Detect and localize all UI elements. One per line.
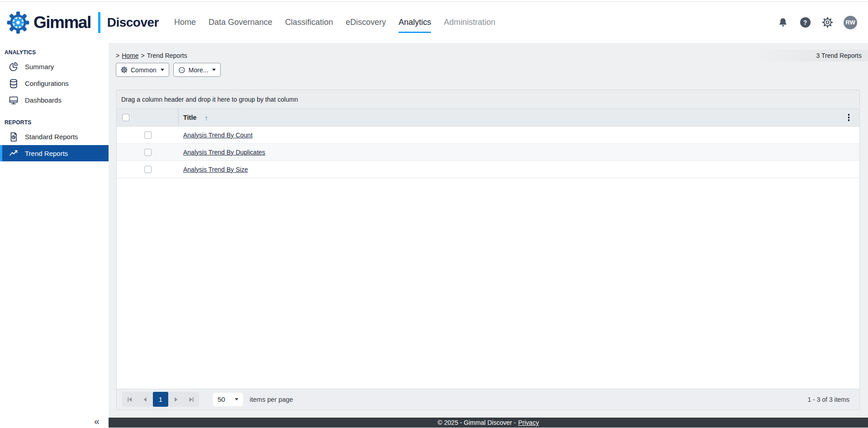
page-size-select[interactable]: 50 bbox=[213, 392, 243, 407]
group-by-drop-zone[interactable]: Drag a column header and drop it here to… bbox=[117, 90, 859, 109]
sidebar-item-summary[interactable]: Summary bbox=[0, 58, 109, 75]
breadcrumb-current: Trend Reports bbox=[147, 52, 187, 59]
report-document-icon bbox=[8, 132, 19, 142]
report-link[interactable]: Analysis Trend By Duplicates bbox=[183, 149, 265, 156]
pager-button-group: 1 bbox=[122, 392, 199, 407]
nav-item-data-governance[interactable]: Data Governance bbox=[202, 2, 279, 43]
notifications-bell-icon[interactable] bbox=[777, 17, 789, 28]
report-link[interactable]: Analysis Trend By Count bbox=[183, 132, 252, 139]
breadcrumb: > Home > Trend Reports bbox=[109, 52, 187, 59]
sidebar-item-dashboards[interactable]: Dashboards bbox=[0, 92, 109, 108]
monitor-icon bbox=[8, 95, 19, 106]
select-all-checkbox[interactable] bbox=[122, 114, 129, 121]
more-menu-button[interactable]: More... bbox=[173, 63, 221, 77]
help-icon[interactable]: ? bbox=[799, 17, 811, 28]
select-all-cell bbox=[117, 109, 179, 126]
sidebar-item-label: Summary bbox=[25, 63, 54, 71]
privacy-link[interactable]: Privacy bbox=[518, 419, 539, 426]
brand-divider bbox=[98, 12, 100, 33]
table-row: Analysis Trend By Size bbox=[117, 161, 859, 178]
breadcrumb-row: > Home > Trend Reports 3 Trend Reports bbox=[109, 50, 868, 61]
user-avatar[interactable]: RW bbox=[844, 16, 857, 29]
breadcrumb-separator: > bbox=[141, 52, 145, 59]
common-menu-label: Common bbox=[131, 66, 157, 74]
title-header-cell: Title ↑ bbox=[179, 112, 859, 123]
line-chart-icon bbox=[8, 148, 19, 159]
sidebar-item-label: Standard Reports bbox=[25, 133, 78, 141]
settings-gear-icon[interactable] bbox=[821, 17, 833, 28]
gear-icon bbox=[121, 66, 128, 73]
trend-reports-count: 3 Trend Reports bbox=[754, 50, 868, 61]
row-checkbox[interactable] bbox=[144, 166, 152, 173]
sidebar: ANALYTICS Summary Configurations bbox=[0, 43, 109, 428]
page-size-value: 50 bbox=[218, 395, 225, 403]
brand-name: Gimmal bbox=[33, 13, 91, 32]
sort-ascending-icon[interactable]: ↑ bbox=[205, 114, 209, 122]
row-checkbox[interactable] bbox=[144, 132, 152, 139]
sidebar-section-analytics: ANALYTICS bbox=[0, 43, 109, 58]
chevron-down-icon bbox=[212, 69, 216, 71]
main-content: > Home > Trend Reports 3 Trend Reports bbox=[109, 43, 868, 428]
first-page-button[interactable] bbox=[122, 392, 138, 407]
items-per-page-label: items per page bbox=[250, 396, 293, 403]
chevron-down-icon bbox=[161, 69, 164, 71]
sidebar-item-trend-reports[interactable]: Trend Reports bbox=[0, 145, 109, 161]
common-menu-button[interactable]: Common bbox=[116, 63, 169, 77]
sidebar-item-configurations[interactable]: Configurations bbox=[0, 75, 109, 92]
brand-logo[interactable]: Gimmal Discover bbox=[6, 11, 159, 34]
brand-product-name: Discover bbox=[107, 15, 159, 30]
gimmal-gear-logo-icon bbox=[6, 11, 30, 34]
ellipsis-circle-icon bbox=[178, 66, 185, 74]
previous-page-button[interactable] bbox=[138, 392, 153, 407]
nav-item-home[interactable]: Home bbox=[168, 2, 202, 43]
title-column-header[interactable]: Title bbox=[183, 114, 197, 121]
sidebar-item-label: Trend Reports bbox=[25, 150, 68, 157]
nav-item-administration[interactable]: Administration bbox=[437, 2, 502, 43]
next-page-button[interactable] bbox=[168, 392, 184, 407]
column-menu-kebab-icon[interactable] bbox=[846, 112, 852, 123]
breadcrumb-prefix: > bbox=[116, 52, 119, 59]
chevron-down-icon bbox=[235, 398, 238, 400]
main-nav: Home Data Governance Classification eDis… bbox=[168, 2, 502, 43]
row-checkbox[interactable] bbox=[144, 149, 152, 156]
nav-item-analytics[interactable]: Analytics bbox=[392, 2, 437, 43]
sidebar-item-label: Dashboards bbox=[25, 96, 62, 104]
group-by-hint: Drag a column header and drop it here to… bbox=[121, 96, 298, 103]
current-page-button[interactable]: 1 bbox=[153, 392, 168, 407]
last-page-button[interactable] bbox=[184, 392, 199, 407]
toolbar: Common More... bbox=[109, 63, 868, 77]
breadcrumb-home-link[interactable]: Home bbox=[122, 52, 138, 59]
database-icon bbox=[8, 78, 19, 89]
grid-empty-area bbox=[117, 178, 859, 389]
header-icon-group: ? RW bbox=[777, 16, 868, 29]
next-page-icon bbox=[172, 396, 180, 403]
app-footer: © 2025 - Gimmal Discover - Privacy bbox=[109, 418, 868, 428]
pie-chart-icon bbox=[8, 61, 19, 72]
table-row: Analysis Trend By Duplicates bbox=[117, 144, 859, 161]
first-page-icon bbox=[126, 396, 133, 403]
more-menu-label: More... bbox=[189, 66, 209, 74]
last-page-icon bbox=[188, 396, 195, 403]
app-header: Gimmal Discover Home Data Governance Cla… bbox=[0, 2, 868, 43]
grid-header-row: Title ↑ bbox=[117, 109, 859, 127]
previous-page-icon bbox=[142, 396, 149, 403]
trend-reports-grid: Drag a column header and drop it here to… bbox=[116, 89, 860, 410]
nav-item-ediscovery[interactable]: eDiscovery bbox=[339, 2, 392, 43]
pager-range-label: 1 - 3 of 3 items bbox=[807, 396, 849, 403]
sidebar-item-standard-reports[interactable]: Standard Reports bbox=[0, 128, 109, 145]
sidebar-item-label: Configurations bbox=[25, 80, 69, 87]
nav-item-classification[interactable]: Classification bbox=[279, 2, 339, 43]
pager-bar: 1 50 items per pag bbox=[117, 389, 859, 409]
sidebar-collapse-button[interactable]: « bbox=[94, 416, 100, 427]
table-row: Analysis Trend By Count bbox=[117, 127, 859, 144]
copyright-text: © 2025 - Gimmal Discover - bbox=[438, 419, 516, 426]
sidebar-section-reports: REPORTS bbox=[0, 108, 109, 128]
report-link[interactable]: Analysis Trend By Size bbox=[183, 166, 248, 173]
